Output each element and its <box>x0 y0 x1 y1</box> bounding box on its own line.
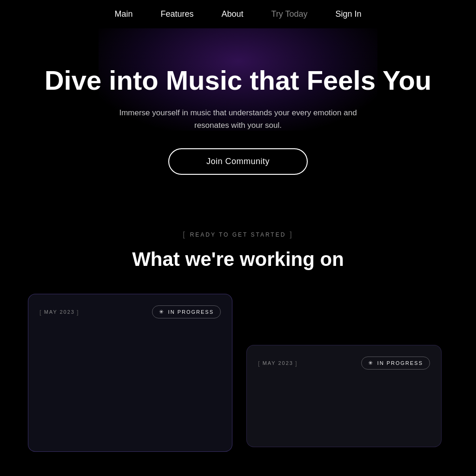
card-1: [ MAY 2023 ] IN PROGRESS <box>28 294 232 452</box>
spinner-icon-2 <box>368 360 375 366</box>
nav-try-today[interactable]: Try Today <box>271 9 308 19</box>
section-label-text: READY TO GET STARTED <box>190 231 286 238</box>
card-2-date: [ MAY 2023 ] <box>258 360 298 367</box>
section-title: What we're working on <box>0 248 476 271</box>
section-label: [ READY TO GET STARTED ] <box>0 231 476 239</box>
nav-about[interactable]: About <box>221 9 243 19</box>
nav-main[interactable]: Main <box>114 9 132 19</box>
cards-section: [ MAY 2023 ] IN PROGRESS [ MAY 2023 ] IN… <box>0 294 476 452</box>
nav-right: Try Today Sign In <box>271 9 362 19</box>
nav-features[interactable]: Features <box>160 9 193 19</box>
nav-sign-in[interactable]: Sign In <box>336 9 362 19</box>
hero-section: Dive into Music that Feels You Immerse y… <box>0 28 476 203</box>
navbar: Main Features About Try Today Sign In <box>0 0 476 28</box>
spinner-icon-1 <box>159 309 165 315</box>
card-1-status: IN PROGRESS <box>152 305 221 318</box>
card-2-status: IN PROGRESS <box>361 357 430 370</box>
hero-subtitle: Immerse yourself in music that understan… <box>108 106 368 132</box>
card-2: [ MAY 2023 ] IN PROGRESS <box>246 345 442 447</box>
card-1-date: [ MAY 2023 ] <box>40 309 79 316</box>
hero-title: Dive into Music that Feels You <box>19 66 457 95</box>
hero-content: Dive into Music that Feels You Immerse y… <box>19 66 457 175</box>
nav-left: Main Features About <box>114 9 243 19</box>
bracket-left: [ <box>183 231 186 239</box>
bracket-right: ] <box>290 231 293 239</box>
join-community-button[interactable]: Join Community <box>168 148 308 175</box>
card-1-header: [ MAY 2023 ] IN PROGRESS <box>40 305 221 318</box>
card-2-header: [ MAY 2023 ] IN PROGRESS <box>258 357 430 370</box>
